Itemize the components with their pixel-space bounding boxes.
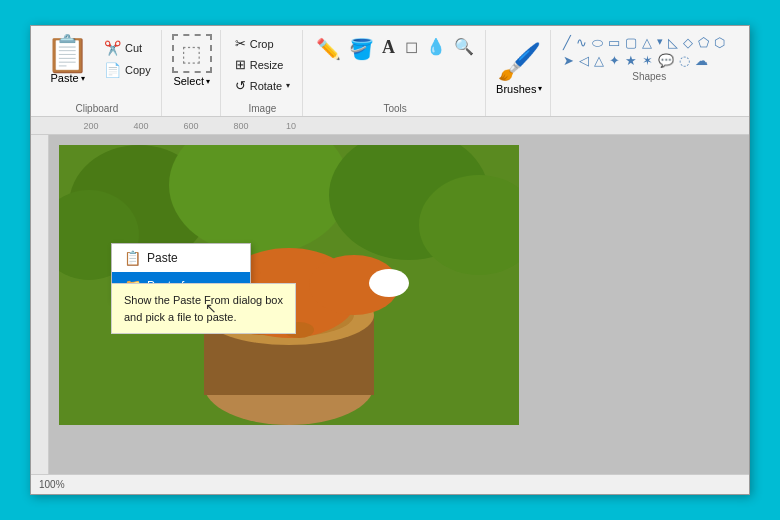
- line-icon[interactable]: ╱: [561, 34, 573, 51]
- cloud-callout-icon[interactable]: ☁: [693, 52, 710, 69]
- rounded-rect-icon[interactable]: ▢: [623, 34, 639, 51]
- pentagon-icon[interactable]: ⬠: [696, 34, 711, 51]
- curve-icon[interactable]: ∿: [574, 34, 589, 51]
- right-arrow-icon[interactable]: ➤: [561, 52, 576, 69]
- star5-icon[interactable]: ★: [623, 52, 639, 69]
- star4-icon[interactable]: ✦: [607, 52, 622, 69]
- shapes-inner: ╱ ∿ ⬭ ▭ ▢ △ ▾ ◺ ◇ ⬠ ⬡ ➤ ◁ △ ✦: [561, 34, 737, 69]
- resize-icon: ⊞: [235, 57, 246, 72]
- paste-icon: 📋: [45, 36, 90, 72]
- image-group-label: Image: [231, 101, 294, 116]
- resize-button[interactable]: ⊞ Resize: [231, 55, 294, 74]
- brushes-arrow[interactable]: ▾: [538, 84, 542, 93]
- ruler-mark-10: 10: [266, 121, 316, 131]
- clipboard-group-label: Clipboard: [39, 101, 155, 116]
- up-arrow-icon[interactable]: △: [592, 52, 606, 69]
- brushes-label: Brushes: [496, 83, 536, 95]
- crop-button[interactable]: ✂ Crop: [231, 34, 294, 53]
- select-label-row: Select ▾: [173, 75, 210, 87]
- brushes-label-row: Brushes ▾: [496, 83, 542, 95]
- side-ruler: [31, 135, 49, 474]
- right-triangle-icon[interactable]: ◺: [666, 34, 680, 51]
- clipboard-group: 📋 Paste ▾ ✂️ Cut 📄 Copy: [35, 30, 162, 116]
- resize-label: Resize: [250, 59, 284, 71]
- shapes-group: ╱ ∿ ⬭ ▭ ▢ △ ▾ ◺ ◇ ⬠ ⬡ ➤ ◁ △ ✦: [553, 30, 745, 116]
- ruler-mark-400: 400: [116, 121, 166, 131]
- dropdown-paste-item[interactable]: 📋 Paste: [112, 244, 250, 272]
- svg-point-21: [369, 269, 409, 297]
- cut-copy-group: ✂️ Cut 📄 Copy: [100, 34, 155, 80]
- triangle-icon[interactable]: △: [640, 34, 654, 51]
- tools-group-label: Tools: [313, 101, 477, 116]
- rect-icon[interactable]: ▭: [606, 34, 622, 51]
- status-bar: 100%: [31, 474, 749, 494]
- shapes-group-label: Shapes: [561, 69, 737, 84]
- tools-group: ✏️ 🪣 A ◻ 💧 🔍 Tools: [305, 30, 486, 116]
- status-zoom: 100%: [39, 479, 65, 490]
- ruler-marks: 200 400 600 800 10: [66, 117, 316, 134]
- select-label[interactable]: Select: [173, 75, 204, 87]
- rotate-button[interactable]: ↺ Rotate ▾: [231, 76, 294, 95]
- rotate-arrow[interactable]: ▾: [286, 81, 290, 90]
- copy-label: Copy: [125, 64, 151, 76]
- copy-icon: 📄: [104, 62, 121, 78]
- tooltip: Show the Paste From dialog boxand pick a…: [111, 283, 296, 334]
- tooltip-text: Show the Paste From dialog boxand pick a…: [124, 294, 283, 323]
- color-picker-icon[interactable]: 💧: [423, 34, 449, 59]
- ruler-mark-600: 600: [166, 121, 216, 131]
- scroll-icon[interactable]: ▾: [655, 34, 665, 51]
- ribbon: 📋 Paste ▾ ✂️ Cut 📄 Copy: [31, 26, 749, 117]
- cut-label: Cut: [125, 42, 142, 54]
- hexagon-icon[interactable]: ⬡: [712, 34, 727, 51]
- cut-button[interactable]: ✂️ Cut: [100, 38, 155, 58]
- cut-icon: ✂️: [104, 40, 121, 56]
- text-icon[interactable]: A: [379, 34, 398, 61]
- left-arrow-icon[interactable]: ◁: [577, 52, 591, 69]
- rotate-icon: ↺: [235, 78, 246, 93]
- oval-icon[interactable]: ⬭: [590, 34, 605, 51]
- brushes-inner: 🖌️ Brushes ▾: [496, 34, 542, 101]
- pencil-icon[interactable]: ✏️: [313, 34, 344, 64]
- mouse-cursor: ↖: [205, 300, 217, 316]
- rotate-label: Rotate: [250, 80, 282, 92]
- callout-icon[interactable]: 💬: [656, 52, 676, 69]
- canvas-area[interactable]: 📋 Paste 📁 Paste from Show the Paste From…: [31, 135, 749, 474]
- dropdown-paste-label: Paste: [147, 251, 178, 265]
- brushes-icon[interactable]: 🖌️: [497, 41, 542, 83]
- ruler: 200 400 600 800 10: [31, 117, 749, 135]
- dropdown-paste-icon: 📋: [124, 250, 141, 266]
- star6-icon[interactable]: ✶: [640, 52, 655, 69]
- canvas-content[interactable]: 📋 Paste 📁 Paste from Show the Paste From…: [49, 135, 749, 474]
- diamond-icon[interactable]: ◇: [681, 34, 695, 51]
- select-icon[interactable]: ⬚: [172, 34, 212, 73]
- crop-label: Crop: [250, 38, 274, 50]
- paste-button[interactable]: 📋 Paste ▾: [39, 34, 96, 86]
- select-arrow[interactable]: ▾: [206, 77, 210, 86]
- paste-dropdown-arrow[interactable]: ▾: [81, 74, 85, 83]
- copy-button[interactable]: 📄 Copy: [100, 60, 155, 80]
- image-group: ✂ Crop ⊞ Resize ↺ Rotate ▾ Image: [223, 30, 303, 116]
- fill-icon[interactable]: 🪣: [346, 34, 377, 64]
- brushes-group: 🖌️ Brushes ▾ Brushes: [488, 30, 551, 116]
- ribbon-bar: 📋 Paste ▾ ✂️ Cut 📄 Copy: [31, 26, 749, 116]
- crop-icon: ✂: [235, 36, 246, 51]
- paint-window: 📋 Paste ▾ ✂️ Cut 📄 Copy: [30, 25, 750, 495]
- magnifier-icon[interactable]: 🔍: [451, 34, 477, 59]
- eraser-icon[interactable]: ◻: [402, 34, 421, 59]
- ruler-mark-200: 200: [66, 121, 116, 131]
- oval-callout-icon[interactable]: ◌: [677, 52, 692, 69]
- paste-label: Paste: [50, 72, 78, 84]
- ruler-mark-800: 800: [216, 121, 266, 131]
- select-group: ⬚ Select ▾ Image: [164, 30, 221, 116]
